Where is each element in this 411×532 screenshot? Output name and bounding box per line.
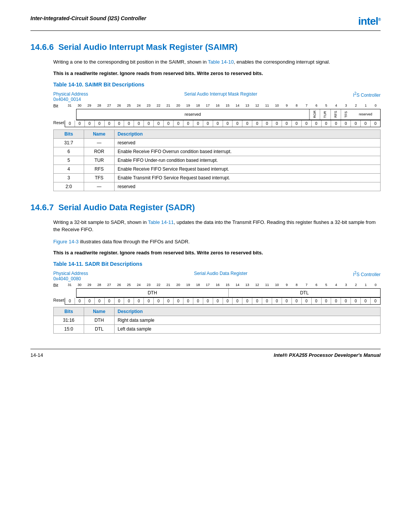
table-row: 5 TUR Enable FIFO Under-run condition ba…	[54, 156, 381, 165]
section-saimr-title: 14.6.6 Serial Audio Interrupt Mask Regis…	[30, 42, 381, 52]
saimr-tur-field: TUR	[320, 109, 330, 120]
sadr-dtl-field: DTL	[229, 289, 381, 297]
saimr-col-desc: Description	[115, 129, 381, 138]
table-row: 2:0 — reserved	[54, 182, 381, 191]
table-14-11-title: Table 14-11. SADR Bit Descriptions	[53, 261, 381, 267]
saimr-reserved2-field: reserved	[351, 109, 380, 120]
saimr-tfs-field: TFS	[341, 109, 351, 120]
saimr-reg-name: Serial Audio Interrupt Mask Register	[114, 91, 327, 97]
saimr-reserved-field: reserved	[76, 109, 309, 120]
table-14-10-title: Table 14-10. SAIMR Bit Descriptions	[53, 81, 381, 88]
sadr-fields-inner: DTH DTL	[76, 289, 380, 297]
section-sadr-intro2: Figure 14-3 illustrates data flow throug…	[53, 238, 381, 246]
saimr-phys-addr: Physical Address 0x4040_0014	[53, 91, 114, 102]
sadr-fields-row: DTH DTL	[53, 288, 381, 298]
sadr-fields-diagram: DTH DTL	[76, 288, 381, 298]
sadr-desc-table: Bits Name Description 31:16 DTH Right da…	[53, 307, 381, 334]
saimr-ror-field: ROR	[309, 109, 320, 120]
saimr-desc-table: Bits Name Description 31:7 — reserved 6 …	[53, 129, 381, 191]
sadr-bit-numbers-row: Bit 31 30 29 28 27 26 25 24 23 22 21 20 …	[53, 283, 381, 288]
section-saimr-intro: Writing a one to the corresponding bit p…	[53, 58, 381, 66]
table-row: 31:7 — reserved	[54, 138, 381, 147]
table-row: 15:0 DTL Left data sample	[54, 325, 381, 334]
saimr-bit-nums: 31 30 29 28 27 26 25 24 23 22 21 20 19 1…	[65, 104, 381, 108]
saimr-reg-header: Physical Address 0x4040_0014 Serial Audi…	[53, 91, 381, 102]
sadr-register-block: Physical Address 0x4040_0080 Serial Audi…	[53, 271, 381, 334]
sadr-bit-nums: 31 30 29 28 27 26 25 24 23 22 21 20 19 1…	[65, 283, 381, 288]
header-title: Inter-Integrated-Circuit Sound (I2S) Con…	[30, 15, 146, 21]
saimr-fields-diagram: reserved ROR TUR RFS TFS reserved	[76, 109, 381, 120]
sadr-reg-name: Serial Audio Data Register	[114, 271, 327, 276]
section-sadr-intro1: Writing a 32-bit sample to SADR, shown i…	[53, 219, 381, 233]
saimr-reset-values: 0 0 0 0 0 0 0 0 0 0 0 0 0 0 0 0 0	[65, 120, 381, 127]
table-row: 4 RFS Enable Receive FIFO Service Reques…	[54, 165, 381, 173]
saimr-table-header: Bits Name Description	[54, 129, 381, 138]
sadr-col-name: Name	[84, 307, 115, 316]
footer-page-number: 14-14	[30, 352, 43, 358]
table-14-11-link[interactable]: Table 14-11	[148, 219, 174, 225]
page-header: Inter-Integrated-Circuit Sound (I2S) Con…	[30, 15, 381, 31]
figure-14-3-link[interactable]: Figure 14-3	[53, 239, 78, 244]
sadr-col-desc: Description	[115, 307, 381, 316]
table-row: 31:16 DTH Right data sample	[54, 316, 381, 325]
saimr-register-block: Physical Address 0x4040_0014 Serial Audi…	[53, 91, 381, 191]
saimr-reset-row: Reset 0 0 0 0 0 0 0 0 0 0 0 0 0 0 0	[53, 120, 381, 127]
saimr-bold-note: This is a read/write register. Ignore re…	[53, 70, 381, 76]
sadr-col-bits: Bits	[54, 307, 84, 316]
sadr-dth-field: DTH	[76, 289, 229, 297]
table-row: 3 TFS Enable Transmit FIFO Service Reque…	[54, 173, 381, 182]
section-sadr-title: 14.6.7 Serial Audio Data Register (SADR)	[30, 203, 381, 212]
table-14-10-link[interactable]: Table 14-10	[208, 59, 234, 65]
sadr-phys-addr: Physical Address 0x4040_0080	[53, 271, 114, 281]
saimr-fields-inner: reserved ROR TUR RFS TFS reserved	[76, 109, 380, 120]
sadr-table-header: Bits Name Description	[54, 307, 381, 316]
sadr-reset-label: Reset	[53, 298, 65, 305]
page: Inter-Integrated-Circuit Sound (I2S) Con…	[0, 0, 411, 532]
section-saimr: 14.6.6 Serial Audio Interrupt Mask Regis…	[30, 42, 381, 191]
saimr-bit-label: Bit	[53, 104, 65, 108]
footer-doc-title: Intel® PXA255 Processor Developer's Manu…	[274, 352, 381, 358]
sadr-bit-label: Bit	[53, 283, 65, 288]
intel-logo: intel®	[358, 15, 381, 27]
saimr-controller: I2S Controller	[327, 91, 381, 98]
saimr-col-bits: Bits	[54, 129, 84, 138]
saimr-col-name: Name	[84, 129, 115, 138]
section-sadr: 14.6.7 Serial Audio Data Register (SADR)…	[30, 203, 381, 334]
sadr-controller: I2S Controller	[327, 271, 381, 277]
sadr-reset-values: 0 0 0 0 0 0 0 0 0 0 0 0 0 0 0 0 0	[65, 298, 381, 305]
sadr-reset-row: Reset 0 0 0 0 0 0 0 0 0 0 0 0 0 0 0	[53, 298, 381, 305]
sadr-reg-header: Physical Address 0x4040_0080 Serial Audi…	[53, 271, 381, 281]
saimr-reset-label: Reset	[53, 120, 65, 127]
saimr-fields-row: reserved ROR TUR RFS TFS reserved	[53, 109, 381, 120]
page-footer: 14-14 Intel® PXA255 Processor Developer'…	[30, 349, 381, 358]
sadr-bold-note: This is a read/write register. Ignore re…	[53, 250, 381, 256]
saimr-rfs-field: RFS	[330, 109, 341, 120]
table-row: 6 ROR Enable Receive FIFO Overrun condit…	[54, 147, 381, 156]
saimr-bit-numbers-row: Bit 31 30 29 28 27 26 25 24 23 22 21 20 …	[53, 104, 381, 108]
